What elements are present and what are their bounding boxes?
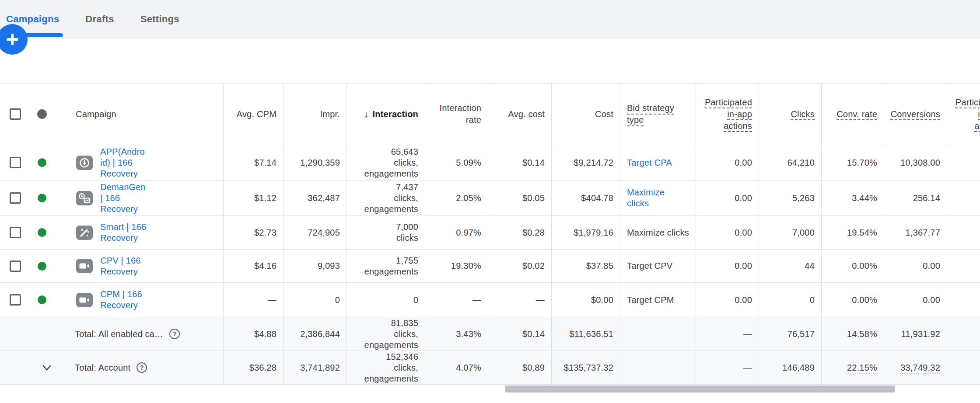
participated-value: 0.00 [696, 216, 759, 249]
campaigns-table: Campaign Avg. CPM Impr. ↓ Interaction In… [0, 83, 980, 385]
impr-value: 724,905 [284, 216, 347, 249]
cost-value: $404.78 [552, 181, 620, 215]
tab-settings[interactable]: Settings [140, 14, 179, 25]
interaction-value: 7,437 clicks, engagements [347, 181, 425, 215]
header-bid-strategy-type[interactable]: Bid strategy type [620, 83, 696, 145]
bid-strategy-total [620, 351, 696, 384]
help-icon[interactable]: ? [136, 362, 147, 373]
cost-value: $0.00 [552, 283, 620, 317]
row-checkbox[interactable] [10, 227, 21, 238]
impr-total: 2,386,844 [284, 317, 347, 351]
bid-strategy-value: Target CPV [620, 250, 696, 282]
total-all-enabled-label: Total: All enabled ca… [75, 329, 163, 340]
header-participated-in-app-actions[interactable]: Participated in-app actions [696, 83, 759, 145]
clicks-total: 146,489 [759, 351, 822, 384]
avg-cost-value: — [488, 283, 552, 317]
row-checkbox[interactable] [10, 261, 21, 272]
participated-total: — [696, 351, 759, 384]
video-campaign-icon [76, 259, 93, 273]
table-row: Smart | 166 Recovery $2.73 724,905 7,000… [0, 216, 980, 250]
participated-overflow-value [947, 283, 980, 317]
header-impr[interactable]: Impr. [284, 83, 347, 145]
avg-cost-total: $0.89 [488, 351, 552, 384]
status-dot-enabled[interactable] [38, 295, 46, 304]
clicks-value: 0 [759, 283, 822, 317]
impr-value: 1,290,359 [284, 145, 347, 180]
interaction-rate-total: 4.07% [425, 351, 488, 384]
horizontal-scrollbar[interactable] [505, 386, 895, 393]
header-campaign: Campaign [76, 108, 116, 120]
header-avg-cpm[interactable]: Avg. CPM [224, 83, 284, 145]
table-row: CPV | 166 Recovery $4.16 9,093 1,755 eng… [0, 250, 980, 283]
clicks-value: 7,000 [759, 216, 822, 249]
avg-cost-value: $0.02 [488, 250, 552, 282]
campaign-name-link[interactable]: CPM | 166 Recovery [100, 289, 161, 311]
impr-value: 362,487 [284, 181, 347, 215]
status-dot-enabled[interactable] [38, 262, 46, 271]
interaction-rate-value: — [425, 283, 488, 317]
campaign-cell: APP(Andro id) | 166 Recovery [0, 145, 224, 180]
campaign-cell: Smart | 166 Recovery [0, 216, 224, 249]
total-account-row: Total: Account ? $36.28 3,741,892 152,34… [0, 351, 980, 385]
header-cost[interactable]: Cost [552, 83, 620, 145]
chevron-down-icon[interactable] [41, 361, 53, 374]
participated-value: 0.00 [696, 181, 759, 215]
header-participated-overflow[interactable]: Participated in-app actions [947, 83, 980, 145]
conv-rate-total: 22.15% [822, 351, 884, 384]
campaign-name-link[interactable]: APP(Andro id) | 166 Recovery [100, 146, 161, 179]
select-all-checkbox[interactable] [10, 108, 21, 120]
interaction-rate-value: 0.97% [425, 216, 488, 249]
bid-strategy-total [620, 317, 696, 351]
conversions-total: 33,749.32 [884, 351, 947, 384]
tab-campaigns[interactable]: Campaigns [6, 14, 59, 25]
bid-strategy-value: Target CPM [620, 283, 696, 317]
conversions-value: 1,367.77 [884, 216, 947, 249]
interaction-rate-value: 19.30% [425, 250, 488, 282]
status-dot-enabled[interactable] [38, 158, 46, 167]
header-conversions[interactable]: Conversions [884, 83, 947, 145]
participated-overflow-total [947, 317, 980, 351]
tab-drafts[interactable]: Drafts [85, 14, 114, 25]
conv-rate-total: 14.58% [822, 317, 884, 351]
row-checkbox[interactable] [10, 157, 21, 168]
avg-cpm-value: $1.12 [224, 181, 284, 215]
header-conv-rate[interactable]: Conv. rate [822, 83, 884, 145]
status-dot-enabled[interactable] [38, 194, 46, 202]
interaction-value: 7,000 clicks [347, 216, 425, 249]
help-icon[interactable]: ? [169, 329, 180, 339]
campaign-cell: DemanGen | 166 Recovery [0, 181, 224, 215]
header-interaction[interactable]: ↓ Interaction [347, 83, 425, 145]
row-checkbox[interactable] [10, 192, 21, 204]
interaction-rate-value: 2.05% [425, 181, 488, 215]
campaign-name-link[interactable]: Smart | 166 Recovery [100, 222, 161, 243]
interaction-rate-value: 5.09% [425, 145, 488, 180]
participated-overflow-value [947, 181, 980, 215]
row-checkbox[interactable] [10, 294, 21, 306]
campaign-name-link[interactable]: DemanGen | 166 Recovery [100, 182, 161, 215]
bid-strategy-value[interactable]: Maximize clicks [620, 181, 696, 215]
table-row: APP(Andro id) | 166 Recovery $7.14 1,290… [0, 145, 980, 181]
status-dot-enabled[interactable] [38, 228, 46, 237]
avg-cost-value: $0.05 [488, 181, 552, 215]
total-label-cell: Total: All enabled ca… ? [0, 317, 224, 351]
table-header-row: Campaign Avg. CPM Impr. ↓ Interaction In… [0, 83, 980, 145]
header-avg-cost[interactable]: Avg. cost [488, 83, 552, 145]
clicks-value: 5,263 [759, 181, 822, 215]
interaction-total: 152,346 clicks, engagements [347, 351, 425, 384]
participated-overflow-value [947, 145, 980, 180]
interaction-value: 1,755 engagements [347, 250, 425, 282]
header-clicks[interactable]: Clicks [759, 83, 822, 145]
participated-value: 0.00 [696, 145, 759, 180]
conversions-value: 256.14 [884, 181, 947, 215]
bid-strategy-value[interactable]: Target CPA [620, 145, 696, 180]
header-interaction-rate[interactable]: Interaction rate [425, 83, 488, 145]
conv-rate-value: 19.54% [822, 216, 884, 249]
interaction-total: 81,835 clicks, engagements [347, 317, 425, 351]
clicks-total: 76,517 [759, 317, 822, 351]
campaign-name-link[interactable]: CPV | 166 Recovery [100, 255, 161, 277]
participated-value: 0.00 [696, 283, 759, 317]
smart-campaign-icon [76, 226, 93, 240]
impr-value: 9,093 [284, 250, 347, 282]
participated-overflow-value [947, 250, 980, 282]
participated-value: 0.00 [696, 250, 759, 282]
